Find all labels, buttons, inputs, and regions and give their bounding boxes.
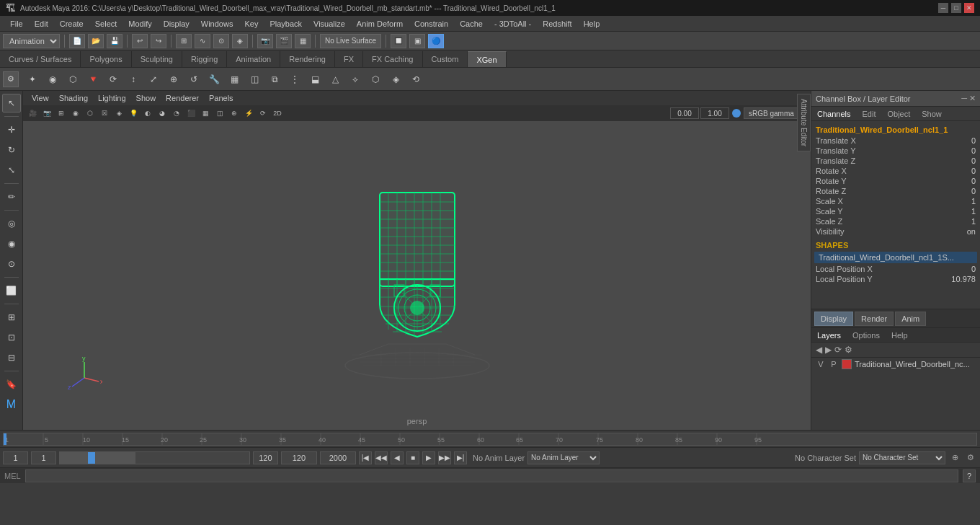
vp-menu-lighting[interactable]: Lighting bbox=[94, 93, 130, 103]
menu-item-constrain[interactable]: Constrain bbox=[409, 18, 454, 30]
render-btn[interactable]: 🎬 bbox=[276, 34, 292, 48]
open-scene-btn[interactable]: 📂 bbox=[88, 34, 104, 48]
settings-btn[interactable]: ⚙ bbox=[3, 71, 19, 87]
xgen-icon-16[interactable]: △ bbox=[326, 70, 344, 89]
viewport-btn[interactable]: 🔵 bbox=[428, 34, 444, 48]
xgen-icon-17[interactable]: ⟡ bbox=[346, 70, 365, 89]
vp-mo-btn[interactable]: ◫ bbox=[213, 107, 226, 120]
cb-shape-name[interactable]: Traditional_Wired_Doorbell_ncl1_1S... bbox=[814, 252, 977, 263]
xgen-icon-1[interactable]: ✦ bbox=[23, 70, 42, 89]
char-set-dropdown[interactable]: No Character Set bbox=[859, 451, 945, 464]
tab-fx[interactable]: FX bbox=[335, 51, 363, 67]
render-view-btn[interactable]: ▣ bbox=[409, 34, 425, 48]
layers-tab-layers[interactable]: Layers bbox=[811, 328, 847, 342]
cb-minimize-btn[interactable]: ─ bbox=[961, 94, 967, 103]
char-set-options-btn[interactable]: ⚙ bbox=[964, 451, 977, 464]
timeline-ruler[interactable]: 1 5 10 15 20 25 30 35 40 45 50 55 60 65 … bbox=[3, 433, 977, 446]
menu-item-help[interactable]: Help bbox=[578, 18, 606, 30]
anim-layer-dropdown[interactable]: No Anim Layer bbox=[527, 451, 600, 464]
vp-isolate-btn[interactable]: ◈ bbox=[112, 107, 125, 120]
char-set-add-btn[interactable]: ⊕ bbox=[948, 451, 961, 464]
vp-menu-show[interactable]: Show bbox=[132, 93, 161, 103]
vp-light-btn[interactable]: 💡 bbox=[127, 107, 140, 120]
menu-item-select[interactable]: Select bbox=[89, 18, 123, 30]
vp-ao-btn[interactable]: ◕ bbox=[156, 107, 169, 120]
xgen-icon-6[interactable]: ↕ bbox=[124, 70, 143, 89]
mel-help-btn[interactable]: ? bbox=[963, 469, 976, 482]
vp-hud-btn[interactable]: ⊕ bbox=[228, 107, 241, 120]
vp-menu-shading[interactable]: Shading bbox=[55, 93, 92, 103]
vp-menu-view[interactable]: View bbox=[27, 93, 53, 103]
vp-shadow-btn[interactable]: ◐ bbox=[141, 107, 154, 120]
maya-logo-btn[interactable]: M bbox=[2, 395, 21, 414]
xgen-icon-12[interactable]: ◫ bbox=[245, 70, 264, 89]
fps-input[interactable] bbox=[320, 451, 356, 464]
vp-grid-btn[interactable]: ⊞ bbox=[55, 107, 68, 120]
cb-display-tab[interactable]: Display bbox=[814, 312, 853, 326]
move-tool-btn[interactable]: ✛ bbox=[2, 120, 21, 139]
no-live-surface-btn[interactable]: No Live Surface bbox=[320, 34, 381, 48]
menu-item-visualize[interactable]: Visualize bbox=[308, 18, 351, 30]
stop-btn[interactable]: ■ bbox=[406, 451, 419, 464]
viewport-num1-input[interactable] bbox=[670, 107, 699, 119]
xgen-icon-13[interactable]: ⧉ bbox=[265, 70, 284, 89]
tab-polygons[interactable]: Polygons bbox=[81, 51, 131, 67]
layers-refresh-btn[interactable]: ⟳ bbox=[834, 345, 842, 355]
menu-item-display[interactable]: Display bbox=[158, 18, 195, 30]
tab-custom[interactable]: Custom bbox=[423, 51, 468, 67]
soft-select-btn[interactable]: ◉ bbox=[2, 234, 21, 253]
next-frame-btn[interactable]: ▶▶ bbox=[438, 451, 451, 464]
menu-item-cache[interactable]: Cache bbox=[454, 18, 489, 30]
vp-sync-btn[interactable]: ⟳ bbox=[257, 107, 270, 120]
tab-sculpting[interactable]: Sculpting bbox=[132, 51, 182, 67]
layer-visibility-toggle[interactable]: V bbox=[816, 360, 826, 369]
xgen-icon-9[interactable]: ↺ bbox=[184, 70, 203, 89]
viewport-num2-input[interactable] bbox=[700, 107, 729, 119]
xgen-icon-19[interactable]: ◈ bbox=[386, 70, 405, 89]
layer-color-swatch[interactable] bbox=[842, 359, 852, 369]
vp-wire-btn[interactable]: ⬡ bbox=[84, 107, 97, 120]
end-frame-display[interactable] bbox=[253, 451, 278, 464]
scale-tool-btn[interactable]: ⤡ bbox=[2, 161, 21, 180]
end-frame-input[interactable] bbox=[281, 451, 317, 464]
paint-tool-btn[interactable]: ✏ bbox=[2, 188, 21, 206]
cb-tab-channels[interactable]: Channels bbox=[811, 107, 856, 120]
attribute-editor-tab[interactable]: Attribute Editor bbox=[797, 94, 811, 151]
vp-2d-btn[interactable]: 2D bbox=[271, 107, 284, 120]
tab-curves-surfaces[interactable]: Curves / Surfaces bbox=[0, 51, 81, 67]
play-back-btn[interactable]: ◀ bbox=[391, 451, 404, 464]
xgen-icon-14[interactable]: ⋮ bbox=[285, 70, 304, 89]
cb-tab-object[interactable]: Object bbox=[881, 107, 916, 120]
xgen-icon-11[interactable]: ▦ bbox=[225, 70, 244, 89]
timeline-area[interactable]: 1 5 10 15 20 25 30 35 40 45 50 55 60 65 … bbox=[0, 430, 980, 447]
frame-thumb[interactable] bbox=[88, 452, 95, 464]
layers-settings-btn[interactable]: ⚙ bbox=[845, 345, 852, 355]
menu-item-file[interactable]: File bbox=[4, 18, 29, 30]
viewport[interactable]: View Shading Lighting Show Renderer Pane… bbox=[23, 91, 811, 430]
current-frame-input[interactable] bbox=[31, 451, 56, 464]
snap-surface-btn[interactable]: ◈ bbox=[232, 34, 248, 48]
rotate-tool-btn[interactable]: ↻ bbox=[2, 141, 21, 159]
new-scene-btn[interactable]: 📄 bbox=[69, 34, 85, 48]
tab-rendering[interactable]: Rendering bbox=[280, 51, 335, 67]
xgen-icon-15[interactable]: ⬓ bbox=[306, 70, 324, 89]
vp-dof-btn[interactable]: ◔ bbox=[170, 107, 183, 120]
frame-range-bar[interactable] bbox=[59, 451, 250, 464]
cb-tab-show[interactable]: Show bbox=[916, 107, 948, 120]
camera-btn[interactable]: 📷 bbox=[257, 34, 273, 48]
layers-back-btn[interactable]: ◀ bbox=[816, 345, 822, 355]
menu-item-anim-deform[interactable]: Anim Deform bbox=[351, 18, 409, 30]
menu-item-modify[interactable]: Modify bbox=[122, 18, 157, 30]
next-key-btn[interactable]: ▶| bbox=[454, 451, 467, 464]
prev-key-btn[interactable]: |◀ bbox=[359, 451, 372, 464]
prev-frame-btn[interactable]: ◀◀ bbox=[375, 451, 388, 464]
tab-rigging[interactable]: Rigging bbox=[182, 51, 227, 67]
tab-fx-caching[interactable]: FX Caching bbox=[363, 51, 422, 67]
snap-curve-btn[interactable]: ∿ bbox=[195, 34, 210, 48]
layers-tab-options[interactable]: Options bbox=[847, 328, 886, 342]
render-quality-btn[interactable]: 🔲 bbox=[391, 34, 406, 48]
cb-render-tab[interactable]: Render bbox=[855, 312, 894, 326]
vp-ssr-btn[interactable]: ▦ bbox=[199, 107, 212, 120]
frame-all-btn[interactable]: ⊞ bbox=[2, 308, 21, 327]
frame-region-btn[interactable]: ⊟ bbox=[2, 348, 21, 367]
